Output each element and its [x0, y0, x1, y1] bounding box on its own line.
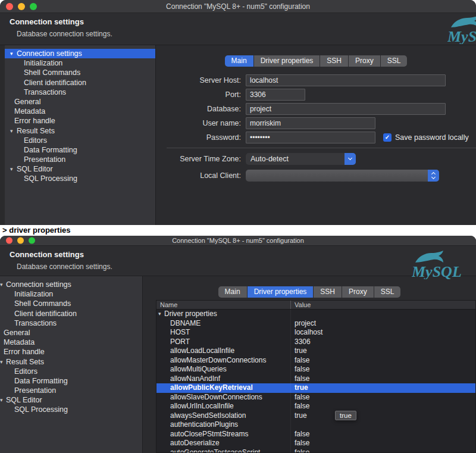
property-row-allownanandinf[interactable]: allowNanAndInffalse [156, 374, 475, 384]
sidebar-item-label: General [14, 98, 40, 106]
tab-ssl[interactable]: SSL [381, 55, 408, 67]
tab-ssh[interactable]: SSH [314, 286, 342, 298]
server-host-input[interactable] [246, 74, 446, 86]
sidebar-item-metadata[interactable]: Metadata [0, 338, 142, 347]
tab-ssl[interactable]: SSL [374, 286, 401, 298]
username-input[interactable] [246, 117, 375, 129]
tab-proxy[interactable]: Proxy [342, 286, 374, 298]
sidebar-item-transactions[interactable]: Transactions [0, 318, 142, 328]
sidebar-item-metadata[interactable]: Metadata [5, 107, 155, 116]
property-row-authenticationplugins[interactable]: authenticationPlugins [156, 420, 475, 430]
property-name-cell: PORT [156, 338, 290, 347]
property-name-cell: allowSlaveDownConnections [156, 393, 290, 402]
property-row-allowmultiqueries[interactable]: allowMultiQueriesfalse [156, 365, 475, 374]
sidebar-item-connection-settings[interactable]: Connection settings [5, 49, 155, 58]
disclosure-triangle-icon[interactable] [0, 280, 3, 289]
sidebar-item-connection-settings[interactable]: Connection settings [0, 280, 142, 289]
property-value-cell: false [290, 365, 475, 374]
sidebar-item-sql-processing[interactable]: SQL Processing [0, 405, 142, 414]
sidebar-item-initialization[interactable]: Initialization [0, 289, 142, 299]
sidebar-item-result-sets[interactable]: Result Sets [5, 126, 155, 136]
sidebar-item-client-identification[interactable]: Client identification [0, 309, 142, 318]
property-row-allowloadlocalinfile[interactable]: allowLoadLocalInfiletrue [156, 346, 475, 356]
sidebar-item-result-sets[interactable]: Result Sets [0, 357, 142, 367]
property-row-autodeserialize[interactable]: autoDeserializefalse [156, 439, 475, 448]
property-row-alwayssendsetisolation[interactable]: alwaysSendSetIsolationtrue [156, 411, 475, 421]
column-header-value[interactable]: Value [290, 301, 475, 309]
property-name-cell: allowUrlInLocalInfile [156, 402, 290, 411]
username-label: User name: [156, 119, 241, 127]
property-row-host[interactable]: HOSTlocalhost [156, 328, 475, 338]
sidebar-item-error-handle[interactable]: Error handle [5, 116, 155, 126]
disclosure-triangle-icon[interactable] [0, 395, 3, 405]
property-value-cell: true [290, 346, 475, 356]
sidebar-item-editors[interactable]: Editors [0, 367, 142, 376]
minimize-button[interactable] [18, 3, 25, 10]
database-input[interactable] [246, 103, 446, 115]
server-time-zone-select[interactable]: Auto-detect [246, 153, 356, 165]
port-input[interactable] [246, 89, 305, 101]
sidebar-item-error-handle[interactable]: Error handle [0, 347, 142, 357]
property-row-allowurlinlocalinfile[interactable]: allowUrlInLocalInfilefalse [156, 402, 475, 411]
window-titlebar[interactable]: Connection "MySQL 8+ - num5" configurati… [0, 0, 476, 13]
sidebar-item-data-formatting[interactable]: Data Formatting [0, 376, 142, 386]
sidebar-item-shell-commands[interactable]: Shell Commands [0, 299, 142, 308]
sidebar-item-label: Presentation [14, 386, 56, 395]
save-password-checkbox[interactable] [383, 133, 392, 142]
tab-main[interactable]: Main [225, 55, 253, 67]
tab-main[interactable]: Main [218, 286, 247, 298]
property-row-allowslavedownconnections[interactable]: allowSlaveDownConnectionsfalse [156, 393, 475, 402]
property-row-allowmasterdownconnections[interactable]: allowMasterDownConnectionsfalse [156, 356, 475, 365]
sidebar-item-sql-editor[interactable]: SQL Editor [5, 164, 155, 174]
sidebar-item-general[interactable]: General [5, 97, 155, 107]
window-titlebar[interactable]: Connection "MySQL 8+ - num5" configurati… [0, 236, 476, 246]
chevron-down-icon[interactable] [345, 153, 356, 165]
sidebar-item-client-identification[interactable]: Client identification [5, 78, 155, 88]
property-value-cell [290, 420, 475, 430]
close-button[interactable] [6, 238, 12, 244]
mysql-logo-text: MySQL [412, 263, 462, 279]
sidebar-item-label: Connection settings [17, 49, 82, 58]
minimize-button[interactable] [17, 238, 24, 244]
sidebar-item-label: Data Formatting [14, 377, 68, 385]
zoom-button[interactable] [30, 3, 37, 10]
sidebar-item-sql-editor[interactable]: SQL Editor [0, 395, 142, 405]
settings-tree: Connection settingsInitializationShell C… [0, 276, 143, 453]
sidebar-item-transactions[interactable]: Transactions [5, 88, 155, 97]
close-button[interactable] [6, 3, 13, 10]
property-row-autoclosepstmtstreams[interactable]: autoClosePStmtStreamsfalse [156, 430, 475, 439]
sidebar-item-sql-processing[interactable]: SQL Processing [5, 174, 155, 183]
value-tooltip: true [335, 411, 356, 420]
tab-driver-properties[interactable]: Driver properties [254, 55, 320, 67]
sidebar-item-general[interactable]: General [0, 328, 142, 338]
sidebar-item-presentation[interactable]: Presentation [5, 155, 155, 164]
tab-bar: MainDriver propertiesSSHProxySSL [156, 55, 476, 67]
sidebar-item-shell-commands[interactable]: Shell Commands [5, 68, 155, 77]
disclosure-triangle-icon[interactable] [158, 310, 161, 319]
stepper-up-down-icon[interactable] [428, 170, 439, 182]
zoom-button[interactable] [29, 238, 35, 244]
disclosure-triangle-icon[interactable] [10, 126, 13, 136]
sidebar-item-presentation[interactable]: Presentation [0, 386, 142, 395]
column-header-name[interactable]: Name [156, 301, 290, 309]
disclosure-triangle-icon[interactable] [10, 49, 13, 58]
property-value-cell: false [290, 439, 475, 448]
sidebar-item-label: Metadata [4, 338, 35, 346]
property-group-row[interactable]: Driver properties [156, 310, 475, 319]
sidebar-item-initialization[interactable]: Initialization [5, 58, 155, 68]
password-input[interactable] [246, 132, 375, 143]
local-client-combo[interactable] [246, 170, 439, 182]
disclosure-triangle-icon[interactable] [10, 164, 13, 174]
property-row-allowpublickeyretrieval[interactable]: allowPublicKeyRetrievaltrue [156, 383, 475, 393]
tab-ssh[interactable]: SSH [320, 55, 348, 67]
property-row-autogeneratetestcasescript[interactable]: autoGenerateTestcaseScriptfalse [156, 448, 475, 453]
table-body: Driver properties DBNAMEprojectHOSTlocal… [156, 310, 475, 452]
tab-driver-properties[interactable]: Driver properties [248, 286, 314, 298]
property-row-port[interactable]: PORT3306 [156, 338, 475, 347]
sidebar-item-label: Editors [24, 136, 47, 145]
sidebar-item-data-formatting[interactable]: Data Formatting [5, 145, 155, 155]
property-row-dbname[interactable]: DBNAMEproject [156, 319, 475, 329]
tab-proxy[interactable]: Proxy [349, 55, 380, 67]
disclosure-triangle-icon[interactable] [0, 357, 3, 367]
sidebar-item-editors[interactable]: Editors [5, 136, 155, 145]
